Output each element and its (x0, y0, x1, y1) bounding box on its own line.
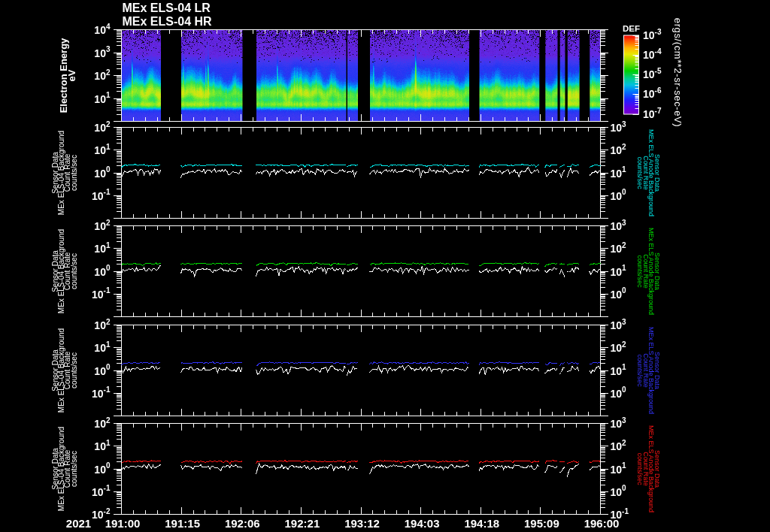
svg-text:counts/sec: counts/sec (70, 451, 78, 487)
svg-text:100: 100 (611, 484, 627, 498)
svg-text:101: 101 (611, 165, 627, 180)
svg-text:194:18: 194:18 (464, 517, 499, 530)
svg-text:102: 102 (611, 340, 627, 355)
svg-text:101: 101 (611, 264, 627, 278)
svg-text:102: 102 (94, 416, 111, 431)
svg-text:10-1: 10-1 (92, 286, 111, 301)
svg-text:counts/sec: counts/sec (70, 352, 78, 388)
svg-text:103: 103 (611, 318, 627, 332)
svg-text:102: 102 (94, 120, 111, 135)
svg-text:MEx ELS-04 LR: MEx ELS-04 LR (123, 2, 211, 14)
svg-text:100: 100 (94, 461, 111, 476)
svg-text:counts/sec: counts/sec (70, 253, 78, 289)
svg-text:ergs/(cm**2-sr-sec-eV): ergs/(cm**2-sr-sec-eV) (672, 18, 684, 127)
svg-text:102: 102 (611, 241, 627, 255)
svg-text:101: 101 (94, 241, 111, 255)
svg-text:101: 101 (611, 363, 627, 377)
svg-text:10-1: 10-1 (92, 484, 111, 498)
svg-text:101: 101 (94, 91, 111, 105)
svg-text:101: 101 (94, 340, 111, 355)
svg-text:192:21: 192:21 (285, 517, 320, 530)
svg-text:counts/sec: counts/sec (636, 156, 644, 189)
svg-text:195:09: 195:09 (524, 517, 559, 530)
svg-text:103: 103 (611, 219, 627, 233)
svg-text:103: 103 (94, 45, 111, 59)
svg-text:100: 100 (611, 286, 627, 301)
svg-text:100: 100 (611, 188, 627, 202)
svg-text:193:12: 193:12 (344, 517, 380, 530)
svg-text:10-7: 10-7 (643, 107, 662, 120)
svg-text:103: 103 (611, 120, 627, 135)
svg-text:102: 102 (611, 143, 627, 157)
svg-text:10-4: 10-4 (643, 47, 662, 61)
svg-text:MEx ELS-04 HR: MEx ELS-04 HR (123, 15, 213, 28)
svg-text:101: 101 (94, 439, 111, 453)
svg-text:100: 100 (94, 363, 111, 377)
svg-text:101: 101 (94, 143, 111, 157)
svg-text:104: 104 (94, 23, 111, 37)
svg-text:102: 102 (94, 318, 111, 332)
svg-text:counts/sec: counts/sec (636, 452, 644, 485)
svg-text:102: 102 (94, 68, 111, 83)
svg-text:102: 102 (94, 219, 111, 233)
svg-text:100: 100 (611, 385, 627, 400)
svg-text:DEF: DEF (623, 24, 640, 33)
svg-text:192:06: 192:06 (225, 517, 260, 530)
svg-text:101: 101 (611, 461, 627, 476)
svg-text:counts/sec: counts/sec (636, 255, 644, 288)
svg-text:10-5: 10-5 (643, 67, 662, 80)
svg-text:191:00: 191:00 (105, 517, 141, 530)
svg-text:194:03: 194:03 (405, 517, 440, 530)
svg-text:10-3: 10-3 (643, 28, 662, 41)
svg-text:counts/sec: counts/sec (636, 354, 644, 387)
svg-text:100: 100 (94, 165, 111, 180)
svg-text:eV: eV (66, 69, 77, 81)
svg-text:103: 103 (611, 416, 627, 431)
svg-text:10-1: 10-1 (92, 385, 111, 400)
svg-text:counts/sec: counts/sec (70, 155, 78, 191)
svg-text:10-1: 10-1 (92, 188, 111, 202)
svg-text:196:00: 196:00 (584, 517, 620, 530)
svg-text:102: 102 (611, 439, 627, 453)
svg-text:2021: 2021 (66, 517, 91, 530)
svg-text:100: 100 (94, 264, 111, 278)
svg-text:191:15: 191:15 (165, 517, 200, 530)
svg-text:10-6: 10-6 (643, 86, 662, 100)
